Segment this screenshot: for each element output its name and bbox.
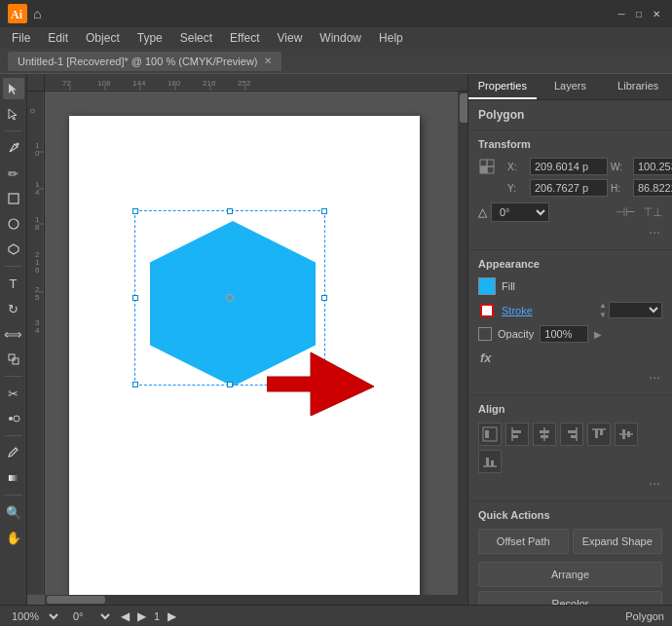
select-tool[interactable] — [3, 78, 24, 99]
tab-libraries[interactable]: Libraries — [604, 74, 672, 99]
home-icon[interactable]: ⌂ — [33, 6, 41, 21]
menu-edit[interactable]: Edit — [40, 29, 76, 47]
quick-actions-row-1: Offset Path Expand Shape — [478, 529, 662, 558]
transform-more-button[interactable]: ··· — [478, 222, 662, 241]
svg-rect-60 — [540, 430, 549, 433]
svg-rect-53 — [482, 306, 492, 315]
stroke-select[interactable] — [609, 302, 662, 318]
align-horizontal-center-button[interactable] — [533, 423, 556, 446]
svg-rect-58 — [512, 435, 518, 438]
rotate-tool[interactable]: ↻ — [3, 298, 24, 319]
polygon-tool[interactable] — [3, 239, 24, 260]
direct-select-tool[interactable] — [3, 103, 24, 125]
svg-rect-46 — [487, 160, 494, 166]
svg-rect-55 — [485, 430, 489, 438]
svg-rect-73 — [491, 460, 494, 466]
menu-object[interactable]: Object — [78, 29, 128, 47]
recolor-button[interactable]: Recolor — [478, 591, 662, 605]
type-tool[interactable]: T — [3, 273, 24, 294]
align-more-button[interactable]: ··· — [478, 473, 662, 493]
menu-file[interactable]: File — [4, 29, 38, 47]
h-input[interactable] — [633, 179, 672, 197]
angle-row: △ 0° 45° 90° ⊣⊢ ⊤⊥ — [478, 203, 662, 222]
tab-label: Untitled-1 [Recovered]* @ 100 % (CMYK/Pr… — [18, 55, 258, 67]
align-vertical-center-button[interactable] — [615, 423, 638, 446]
angle-status-select[interactable]: 0° — [69, 609, 113, 623]
opacity-arrow-icon[interactable]: ▶ — [594, 329, 602, 340]
w-input[interactable] — [633, 158, 672, 175]
flip-icon[interactable]: ⊤⊥ — [643, 205, 662, 219]
canvas-area: 72 108 144 180 216 252 — [27, 74, 467, 605]
close-button[interactable]: ✕ — [649, 6, 664, 21]
pencil-tool[interactable]: ✏ — [3, 163, 24, 184]
menu-view[interactable]: View — [270, 29, 311, 47]
scrollbar-right[interactable] — [458, 92, 467, 595]
svg-point-2 — [16, 143, 19, 146]
reflect-tool[interactable]: ⟺ — [3, 323, 24, 345]
hand-tool[interactable]: ✋ — [3, 527, 24, 548]
pen-tool[interactable] — [3, 137, 24, 159]
svg-text:0: 0 — [35, 149, 40, 158]
menu-type[interactable]: Type — [130, 29, 170, 47]
align-section: Align — [468, 395, 672, 501]
arrange-button[interactable]: Arrange — [478, 562, 662, 587]
svg-rect-72 — [486, 458, 489, 466]
y-input[interactable] — [530, 179, 608, 197]
scissors-tool[interactable]: ✂ — [3, 383, 24, 404]
svg-point-9 — [14, 416, 19, 422]
menu-window[interactable]: Window — [312, 29, 369, 47]
canvas-scroll-area[interactable] — [45, 92, 458, 595]
tab-layers[interactable]: Layers — [537, 74, 605, 99]
mirror-h-icon[interactable]: ⊣⊢ — [616, 205, 635, 219]
svg-rect-61 — [541, 435, 548, 438]
scale-tool[interactable] — [3, 349, 24, 370]
appearance-more-button[interactable]: ··· — [478, 367, 662, 387]
shape-tool[interactable] — [3, 188, 24, 209]
svg-rect-69 — [622, 429, 625, 439]
menu-select[interactable]: Select — [172, 29, 220, 47]
blend-tool[interactable] — [3, 408, 24, 429]
ellipse-tool[interactable] — [3, 213, 24, 235]
menu-effect[interactable]: Effect — [222, 29, 267, 47]
w-label: W: — [611, 162, 630, 172]
menu-help[interactable]: Help — [371, 29, 411, 47]
offset-path-button[interactable]: Offset Path — [478, 529, 569, 554]
next-page-button[interactable]: ▶ — [168, 609, 176, 623]
svg-text:144: 144 — [132, 79, 146, 88]
svg-text:252: 252 — [238, 79, 251, 88]
document-tab[interactable]: Untitled-1 [Recovered]* @ 100 % (CMYK/Pr… — [8, 52, 281, 71]
tab-close-button[interactable]: ✕ — [264, 55, 272, 66]
maximize-button[interactable]: □ — [631, 6, 647, 21]
align-vertical-top-button[interactable] — [587, 423, 611, 446]
transform-reference-icon[interactable] — [478, 158, 502, 184]
zoom-select[interactable]: 100% 50% 200% — [8, 609, 61, 623]
stroke-up-arrow[interactable]: ▲ — [599, 301, 607, 310]
play-button[interactable]: ▶ — [137, 609, 146, 623]
panel-tabs: Properties Layers Libraries — [468, 74, 672, 100]
align-horizontal-right-button[interactable] — [560, 423, 583, 446]
stroke-down-arrow[interactable]: ▼ — [599, 311, 607, 319]
opacity-input[interactable] — [540, 325, 588, 343]
stroke-label[interactable]: Stroke — [502, 305, 533, 316]
fill-color-swatch[interactable] — [478, 277, 496, 295]
svg-rect-3 — [9, 194, 19, 203]
align-vertical-bottom-button[interactable] — [478, 450, 502, 473]
x-input[interactable] — [530, 158, 608, 175]
eyedropper-tool[interactable] — [3, 442, 24, 463]
opacity-checkbox[interactable] — [478, 327, 492, 341]
ruler-vertical: 0 1 0 1 4 1 8 2 1 6 2 5 3 — [27, 92, 45, 595]
opacity-label: Opacity — [498, 328, 534, 340]
minimize-button[interactable]: ─ — [614, 6, 629, 21]
h-label: H: — [611, 183, 630, 194]
scrollbar-bottom[interactable] — [45, 595, 467, 605]
fx-button[interactable]: fx — [478, 349, 494, 367]
align-horizontal-left-button[interactable] — [505, 423, 529, 446]
prev-page-button[interactable]: ◀ — [121, 609, 130, 623]
gradient-tool[interactable] — [3, 467, 24, 489]
expand-shape-button[interactable]: Expand Shape — [573, 529, 663, 554]
align-to-dropdown[interactable] — [478, 423, 502, 446]
svg-text:5: 5 — [35, 293, 40, 302]
zoom-tool[interactable]: 🔍 — [3, 501, 24, 523]
tab-properties[interactable]: Properties — [468, 74, 537, 99]
angle-select[interactable]: 0° 45° 90° — [491, 203, 549, 222]
